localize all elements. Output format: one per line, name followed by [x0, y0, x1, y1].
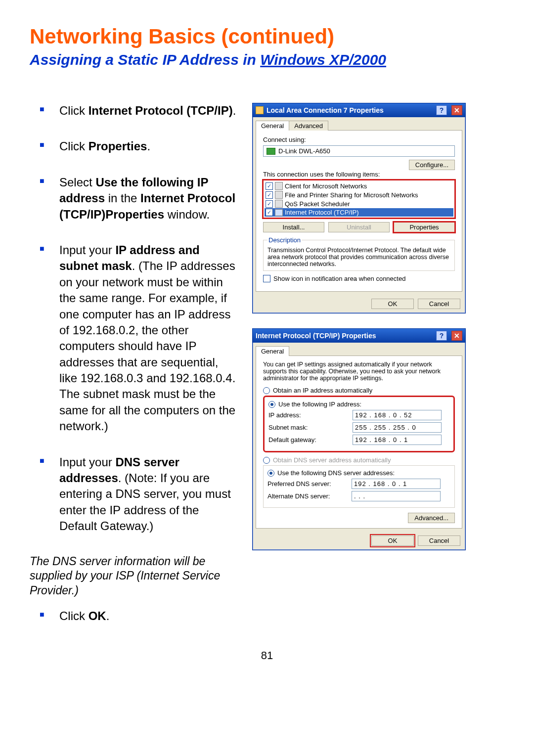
obtain-ip-radio[interactable]: Obtain an IP address automatically [263, 387, 455, 394]
alternate-dns-label: Alternate DNS server: [267, 492, 352, 500]
adapter-box[interactable]: D-Link DWL-A650 [263, 145, 455, 157]
help-button[interactable]: ? [436, 331, 447, 341]
client-icon [275, 182, 283, 190]
page-subtitle: Assigning a Static IP Address in Windows… [30, 51, 504, 68]
subtitle-part-a: Assigning a Static IP Address in [30, 51, 260, 68]
t: OK [89, 609, 106, 623]
advanced-button[interactable]: Advanced... [408, 513, 455, 523]
uses-items-label: This connection uses the following items… [263, 171, 380, 178]
t: Internet Protocol (TCP/IP) [89, 104, 233, 117]
qos-icon [275, 200, 283, 208]
item-client-ms[interactable]: ✓Client for Microsoft Networks [265, 181, 453, 190]
item-file-printer[interactable]: ✓File and Printer Sharing for Microsoft … [265, 190, 453, 199]
radio-label: Use the following IP address: [278, 400, 361, 408]
adapter-name: D-Link DWL-A650 [278, 147, 330, 155]
close-button[interactable]: ✕ [451, 331, 462, 341]
radio-label: Use the following DNS server addresses: [277, 469, 395, 477]
step-4: Input your IP address and subnet mask. (… [59, 242, 237, 435]
item-label: QoS Packet Scheduler [285, 200, 350, 208]
page-number: 81 [30, 649, 504, 662]
preferred-dns-input[interactable]: 192 . 168 . 0 . 1 [352, 479, 441, 489]
t: Input your [59, 243, 115, 257]
tcpip-properties-dialog: Internet Protocol (TCP/IP) Properties ? … [252, 328, 466, 550]
item-tcpip[interactable]: ✓Internet Protocol (TCP/IP) [265, 208, 453, 217]
alternate-dns-input[interactable]: . . . [352, 491, 441, 501]
t: Click [59, 139, 89, 153]
subnet-mask-label: Subnet mask: [268, 424, 353, 431]
obtain-dns-radio: Obtain DNS server address automatically [263, 456, 455, 464]
t: . [147, 139, 150, 153]
instruction-list: Click Internet Protocol (TCP/IP). Click … [30, 103, 237, 534]
share-icon [275, 191, 283, 199]
t: Select [59, 176, 95, 189]
subnet-mask-input[interactable]: 255 . 255 . 255 . 0 [353, 422, 442, 433]
item-label: Client for Microsoft Networks [285, 182, 367, 190]
subtitle-part-b: Windows XP/2000 [260, 51, 386, 68]
step-2: Click Properties. [59, 138, 237, 154]
use-dns-radio[interactable]: Use the following DNS server addresses: [267, 469, 450, 477]
item-label: File and Printer Sharing for Microsoft N… [285, 191, 418, 199]
tab-advanced[interactable]: Advanced [289, 121, 328, 131]
show-icon-row[interactable]: ✓ Show icon in notification area when co… [263, 275, 455, 282]
step-6: Click OK. [59, 608, 237, 624]
connection-items-box[interactable]: ✓Client for Microsoft Networks ✓File and… [263, 180, 455, 218]
checkbox-icon[interactable]: ✓ [266, 191, 273, 199]
preferred-dns-label: Preferred DNS server: [267, 480, 352, 488]
ip-address-label: IP address: [268, 411, 353, 419]
configure-button[interactable]: Configure... [409, 160, 455, 170]
item-qos[interactable]: ✓QoS Packet Scheduler [265, 199, 453, 208]
close-button[interactable]: ✕ [451, 105, 462, 115]
page-title: Networking Basics (continued) [30, 25, 504, 48]
radio-icon[interactable] [267, 470, 274, 477]
t: Click [59, 609, 89, 623]
default-gateway-input[interactable]: 192 . 168 . 0 . 1 [353, 435, 442, 445]
t: Click [59, 104, 89, 117]
dialog2-title: Internet Protocol (TCP/IP) Properties [256, 332, 376, 340]
t: Properties [89, 139, 147, 153]
cancel-button[interactable]: Cancel [418, 535, 460, 546]
help-button[interactable]: ? [436, 105, 447, 115]
radio-icon [263, 457, 270, 464]
dialog2-titlebar[interactable]: Internet Protocol (TCP/IP) Properties ? … [253, 329, 465, 343]
use-ip-radio[interactable]: Use the following IP address: [268, 400, 449, 408]
description-legend: Description [267, 236, 302, 244]
nic-icon [267, 148, 275, 155]
t: . [106, 609, 110, 623]
connection-properties-dialog: Local Area Connection 7 Properties ? ✕ G… [252, 103, 466, 313]
cancel-button[interactable]: Cancel [418, 299, 460, 309]
checkbox-icon[interactable]: ✓ [266, 182, 273, 190]
step-1: Click Internet Protocol (TCP/IP). [59, 103, 237, 119]
tcpip-icon [275, 209, 283, 216]
radio-label: Obtain DNS server address automatically [273, 456, 391, 464]
ok-button[interactable]: OK [371, 299, 414, 309]
description-text: Transmission Control Protocol/Internet P… [267, 247, 450, 267]
use-ip-group: Use the following IP address: IP address… [263, 396, 455, 452]
t: Input your [59, 455, 115, 469]
ip-info-text: You can get IP settings assigned automat… [263, 361, 455, 382]
description-group: Description Transmission Control Protoco… [263, 236, 455, 271]
dns-note: The DNS server information will be suppl… [30, 554, 237, 599]
item-label: Internet Protocol (TCP/IP) [285, 209, 359, 216]
radio-icon[interactable] [263, 387, 270, 394]
step-3: Select Use the following IP address in t… [59, 175, 237, 222]
checkbox-icon[interactable]: ✓ [266, 209, 273, 216]
ok-button[interactable]: OK [371, 535, 414, 546]
t: . (The IP addresses on your network must… [59, 259, 235, 433]
step-5: Input your DNS server addresses. (Note: … [59, 454, 237, 534]
tab-general[interactable]: General [256, 346, 289, 356]
show-icon-label: Show icon in notification area when conn… [273, 275, 405, 282]
properties-button[interactable]: Properties [394, 222, 455, 232]
dialog1-title: Local Area Connection 7 Properties [267, 106, 384, 114]
dialog1-titlebar[interactable]: Local Area Connection 7 Properties ? ✕ [253, 103, 465, 117]
radio-icon[interactable] [268, 401, 275, 408]
uninstall-button: Uninstall [328, 222, 390, 232]
install-button[interactable]: Install... [263, 222, 324, 232]
tab-general[interactable]: General [256, 121, 289, 131]
ip-address-input[interactable]: 192 . 168 . 0 . 52 [353, 410, 442, 420]
checkbox-icon[interactable]: ✓ [263, 275, 270, 282]
t: window. [164, 208, 210, 221]
checkbox-icon[interactable]: ✓ [266, 200, 273, 208]
radio-label: Obtain an IP address automatically [273, 387, 372, 394]
t: . [233, 104, 236, 117]
pin-icon [256, 106, 264, 114]
